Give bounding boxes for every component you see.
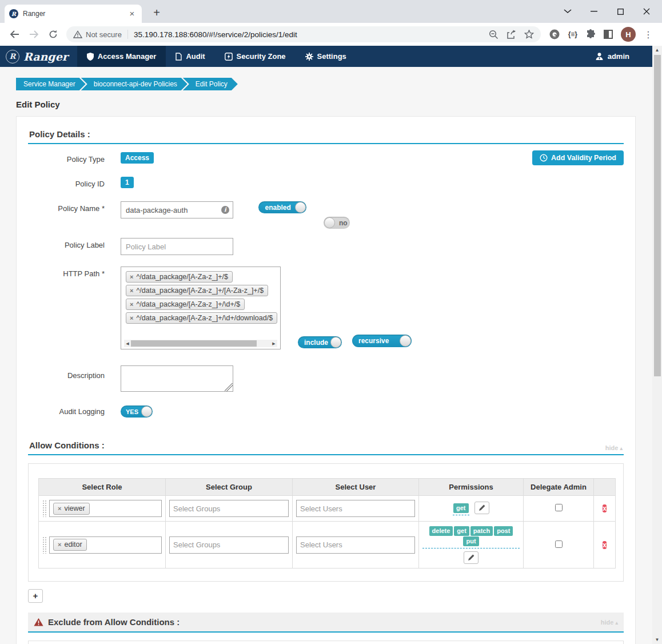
maximize-button[interactable] — [607, 9, 633, 15]
allow-conditions-hide-link[interactable]: hide ▴ — [605, 444, 623, 451]
drag-handle[interactable] — [42, 500, 46, 517]
minimize-button[interactable] — [581, 11, 607, 12]
http-path-tag[interactable]: ×^/data_package/[A-Za-z_]+/$ — [126, 271, 233, 283]
forward-icon[interactable] — [26, 26, 42, 42]
edit-permissions-button[interactable] — [464, 551, 478, 564]
http-path-tag[interactable]: ×^/data_package/[A-Za-z_]+/\d+/download/… — [126, 312, 277, 324]
breadcrumb-edit-policy[interactable]: Edit Policy — [183, 78, 238, 90]
policy-details-heading-label: Policy Details : — [29, 129, 90, 139]
description-textarea[interactable] — [121, 365, 233, 392]
policy-enabled-toggle[interactable]: enabled — [258, 201, 306, 213]
delegate-admin-checkbox[interactable] — [555, 504, 563, 511]
side-panel-icon[interactable] — [604, 30, 613, 39]
ranger-favicon-icon: R — [9, 9, 18, 18]
policy-priority-toggle[interactable]: no — [324, 217, 350, 229]
new-tab-button[interactable]: + — [149, 5, 165, 21]
remove-tag-icon[interactable]: × — [130, 301, 133, 308]
col-select-user: Select User — [293, 479, 419, 496]
breadcrumb-policies[interactable]: bioconnect-api-dev Policies — [81, 78, 188, 90]
exclude-conditions-heading-label: Exclude from Allow Conditions : — [48, 617, 180, 627]
back-icon[interactable] — [6, 26, 22, 42]
edit-permissions-button[interactable] — [474, 502, 489, 514]
zoom-out-icon[interactable] — [489, 30, 499, 39]
exclude-conditions-hide-link[interactable]: hide ▴ — [601, 619, 618, 626]
drag-handle[interactable] — [42, 536, 46, 554]
remove-chip-icon[interactable]: × — [58, 504, 61, 514]
scroll-down-icon[interactable]: ▼ — [652, 635, 662, 644]
scroll-left-icon[interactable]: ◀ — [124, 341, 131, 346]
delete-row-button[interactable]: x — [603, 541, 607, 549]
role-chip[interactable]: ×viewer — [53, 503, 90, 515]
exclude-conditions-box: Select Role Select Group Select User Per… — [28, 641, 624, 644]
ranger-brand[interactable]: R Ranger — [0, 46, 77, 67]
not-secure-warning-icon[interactable] — [73, 30, 82, 38]
tab-title: Ranger — [23, 10, 127, 18]
policy-label-input[interactable] — [121, 238, 233, 255]
delete-row-button[interactable]: x — [603, 504, 607, 512]
permission-tags: get — [453, 503, 469, 515]
url-text[interactable]: 35.190.178.188:6080/#!/service/2/policie… — [134, 30, 484, 39]
policy-name-input[interactable] — [121, 201, 233, 218]
select-group-input[interactable]: Select Groups — [169, 500, 289, 517]
permission-tag: put — [463, 536, 478, 546]
reload-icon[interactable] — [45, 26, 61, 42]
bookmark-star-icon[interactable] — [524, 30, 534, 39]
nav-user-menu[interactable]: admin — [585, 46, 652, 67]
extensions-puzzle-icon[interactable] — [585, 29, 596, 39]
nav-security-zone[interactable]: Security Zone — [215, 46, 296, 67]
browser-scrollbar[interactable]: ▲ ▼ — [652, 46, 662, 644]
select-user-placeholder: Select Users — [300, 540, 342, 549]
extension-braces-icon[interactable]: {≡} — [568, 30, 577, 38]
remove-tag-icon[interactable]: × — [130, 273, 133, 280]
select-user-input[interactable]: Select Users — [296, 500, 415, 517]
policy-type-badge: Access — [121, 152, 154, 164]
security-label[interactable]: Not secure — [86, 30, 122, 39]
profile-avatar[interactable]: H — [621, 27, 636, 42]
policy-name-label: Policy Name * — [28, 201, 121, 213]
select-role-input[interactable]: ×viewer — [49, 500, 162, 517]
allow-conditions-table: Select Role Select Group Select User Per… — [38, 478, 616, 569]
close-window-button[interactable] — [633, 8, 660, 15]
http-path-input[interactable]: ×^/data_package/[A-Za-z_]+/$ ×^/data_pac… — [121, 267, 281, 349]
http-path-tag[interactable]: ×^/data_package/[A-Za-z_]+/\d+/$ — [126, 299, 245, 310]
scroll-up-icon[interactable]: ▲ — [652, 46, 662, 54]
audit-logging-toggle[interactable]: YES — [121, 406, 153, 418]
remove-tag-icon[interactable]: × — [130, 287, 133, 294]
share-icon[interactable] — [507, 30, 516, 39]
horizontal-scrollbar[interactable]: ◀ ▶ — [124, 340, 277, 347]
select-role-input[interactable]: ×editor — [49, 536, 162, 554]
collapse-arrow-icon: ▴ — [620, 446, 623, 451]
add-condition-button[interactable]: + — [28, 589, 43, 603]
extension-gauge-icon[interactable] — [549, 29, 560, 40]
nav-audit[interactable]: Audit — [166, 46, 214, 67]
nav-access-manager[interactable]: Access Manager — [77, 46, 166, 67]
http-path-tag[interactable]: ×^/data_package/[A-Za-z_]+/[A-Za-z_]+/$ — [126, 285, 268, 296]
scrollbar-thumb[interactable] — [131, 340, 257, 347]
lightning-icon — [225, 53, 233, 61]
nav-settings[interactable]: Settings — [296, 46, 356, 67]
include-toggle[interactable]: include — [298, 336, 342, 348]
delegate-admin-checkbox[interactable] — [555, 540, 563, 548]
remove-tag-icon[interactable]: × — [130, 315, 133, 321]
scrollbar-thumb[interactable] — [654, 55, 661, 376]
remove-chip-icon[interactable]: × — [58, 540, 61, 550]
role-chip[interactable]: ×editor — [53, 539, 87, 551]
tab-search-chevron-icon[interactable] — [555, 9, 581, 14]
browser-window: R Ranger × + — [0, 0, 662, 644]
recursive-toggle[interactable]: recursive — [352, 335, 412, 347]
breadcrumb-service-manager[interactable]: Service Manager — [16, 78, 86, 90]
toggle-knob — [324, 217, 335, 228]
policy-type-label: Policy Type — [28, 152, 121, 164]
add-validity-period-button[interactable]: Add Validity Period — [532, 150, 624, 165]
browser-menu-icon[interactable]: ⋮ — [644, 29, 653, 40]
policy-details-heading: Policy Details : — [28, 129, 624, 144]
scroll-right-icon[interactable]: ▶ — [270, 341, 277, 346]
allow-conditions-heading-label: Allow Conditions : — [29, 440, 105, 450]
browser-tab[interactable]: R Ranger × — [5, 5, 142, 23]
tab-close-icon[interactable]: × — [127, 9, 137, 19]
address-bar[interactable]: Not secure 35.190.178.188:6080/#!/servic… — [66, 26, 541, 42]
select-group-input[interactable]: Select Groups — [169, 536, 289, 554]
table-row: ×viewer Select Groups Select Users get — [39, 496, 616, 522]
select-user-input[interactable]: Select Users — [296, 536, 415, 554]
warning-triangle-icon — [34, 618, 43, 626]
